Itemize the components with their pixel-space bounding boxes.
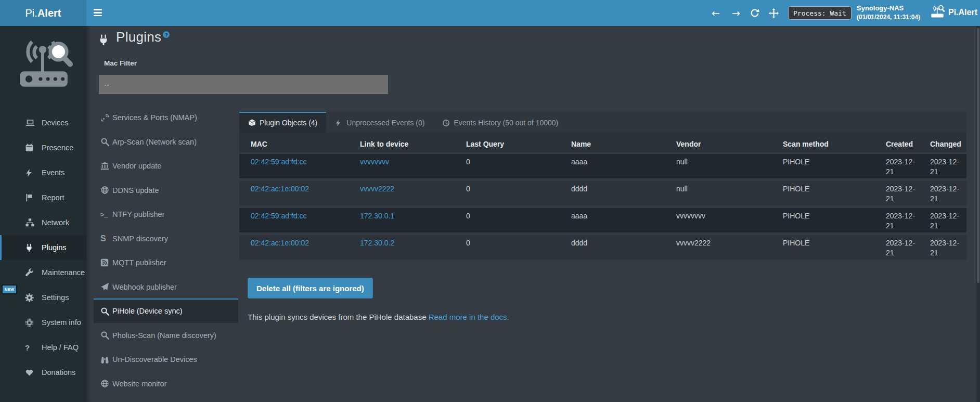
send-icon (100, 282, 109, 291)
plugin-nav-undiscoverable-devices[interactable]: Un-Discoverable Devices (94, 347, 238, 371)
plugin-nav-services-ports[interactable]: Services & Ports (NMAP) (94, 105, 238, 129)
s-icon: S (100, 234, 109, 243)
plugin-description: This plugin syncs devices from the PiHol… (248, 313, 509, 321)
plugin-nav-ntfy-publisher[interactable]: >_ NTFY publisher (94, 202, 238, 226)
tab-label: Plugin Objects (4) (260, 119, 317, 127)
plugin-nav-label: Webhook publisher (112, 283, 177, 291)
cell-name: dddd (565, 235, 670, 260)
sidebar-item-maintenance[interactable]: Maintenance (0, 260, 86, 285)
sidebar-item-label: Presence (42, 144, 73, 152)
cell-link: 172.30.0.1 (354, 208, 460, 232)
cell-scan-method: PIHOLE (777, 235, 882, 260)
back-arrow-icon[interactable]: ← (707, 0, 725, 26)
sidebar-item-label: Donations (42, 368, 75, 377)
forward-arrow-icon[interactable]: → (727, 0, 745, 26)
sidebar-item-label: System info (42, 318, 81, 327)
plugin-nav-vendor-update[interactable]: Vendor update (94, 153, 238, 178)
rss-icon (100, 258, 109, 267)
plugin-nav-label: NTFY publisher (112, 210, 164, 218)
plugin-nav-label: Website monitor (112, 380, 167, 388)
sidebar-item-system-info[interactable]: System info (0, 310, 86, 335)
sidebar-item-devices[interactable]: Devices (0, 110, 86, 135)
device-link[interactable]: 172.30.0.1 (360, 212, 394, 220)
mac-link[interactable]: 02:42:59:ad:fd:cc (251, 212, 306, 220)
tab-events-history[interactable]: Events History (50 out of 10000) (433, 112, 567, 133)
clock-icon (442, 119, 450, 127)
brand-prefix: Pi. (25, 7, 37, 19)
mac-link[interactable]: 02:42:ac:1e:00:02 (251, 239, 309, 247)
plugin-nav-website-monitor[interactable]: Website monitor (94, 371, 238, 396)
terminal-icon: >_ (100, 210, 109, 219)
sidebar-item-donations[interactable]: Donations (0, 360, 86, 385)
sidebar-item-events[interactable]: Events (0, 160, 86, 185)
plugin-nav-label: Services & Ports (NMAP) (112, 113, 197, 122)
move-icon[interactable] (765, 0, 782, 26)
mac-link[interactable]: 02:42:ac:1e:00:02 (251, 185, 309, 193)
pialert-app: Pi.Alert ← → Process: Wait Synology-NAS … (0, 0, 980, 402)
calendar-icon (25, 142, 36, 153)
page-title-text: Plugins (116, 29, 161, 45)
app-name: Pi.Alert (948, 8, 977, 17)
sidebar-item-network[interactable]: Network (0, 210, 86, 235)
column-header-vendor: Vendor (670, 133, 777, 152)
column-header-link: Link to device (354, 133, 460, 152)
binoculars-icon (100, 355, 109, 364)
device-link[interactable]: vvvvv2222 (360, 185, 394, 193)
cube-icon (248, 119, 256, 127)
plugin-nav-snmp-discovery[interactable]: S SNMP discovery (94, 226, 238, 251)
plugin-nav-label: MQTT publisher (112, 258, 166, 267)
column-header-mac: MAC (239, 133, 354, 152)
help-badge[interactable]: ? (163, 31, 170, 38)
plugin-nav-mqtt-publisher[interactable]: MQTT publisher (94, 250, 238, 275)
brand-logo[interactable]: Pi.Alert (0, 0, 86, 26)
hamburger-icon[interactable] (94, 7, 104, 19)
plugin-nav: Services & Ports (NMAP) Arp-Scan (Networ… (94, 105, 238, 395)
tab-unprocessed-events[interactable]: Unprocessed Events (0) (326, 112, 433, 133)
search-icon (100, 307, 109, 316)
plugin-nav-pihole-device-sync[interactable]: PiHole (Device sync) (94, 299, 238, 323)
plugin-nav-webhook-publisher[interactable]: Webhook publisher (94, 275, 238, 299)
top-bar: Pi.Alert ← → Process: Wait Synology-NAS … (0, 0, 980, 26)
mac-filter-input[interactable] (99, 75, 388, 94)
device-link[interactable]: vvvvvvvv (360, 158, 389, 166)
scrollbar-thumb[interactable] (977, 28, 979, 283)
mac-filter-label: Mac Filter (104, 59, 137, 67)
cell-vendor: null (670, 181, 777, 205)
sidebar-item-presence[interactable]: Presence (0, 135, 86, 160)
page-scrollbar[interactable] (976, 26, 980, 402)
page-title: Plugins ? (98, 29, 170, 47)
plugin-nav-arp-scan[interactable]: Arp-Scan (Network scan) (94, 129, 238, 154)
cell-last-query: 0 (460, 154, 565, 178)
search-icon (100, 137, 109, 146)
plugin-nav-label: Pholus-Scan (Name discovery) (112, 331, 216, 340)
sidebar-menu: Devices Presence Events Report Network P… (0, 110, 86, 385)
cell-name: aaaa (565, 208, 670, 232)
plug-icon (25, 242, 36, 253)
plugin-nav-ddns-update[interactable]: DDNS update (94, 178, 238, 202)
device-link[interactable]: 172.30.0.2 (360, 239, 394, 247)
cell-vendor: null (670, 154, 777, 178)
sidebar-item-label: Report (42, 193, 65, 202)
pialert-router-icon (930, 5, 945, 20)
refresh-icon[interactable] (746, 0, 764, 26)
cell-created: 2023-12-21 09:37:50 (882, 154, 926, 178)
sidebar-item-report[interactable]: Report (0, 185, 86, 210)
tab-label: Unprocessed Events (0) (346, 119, 424, 127)
plugin-nav-pholus-scan[interactable]: Pholus-Scan (Name discovery) (94, 323, 238, 347)
host-name: Synology-NAS (857, 4, 920, 13)
bank-icon (100, 162, 109, 171)
cell-name: aaaa (565, 154, 670, 178)
sidebar: Devices Presence Events Report Network P… (0, 26, 86, 402)
tab-plugin-objects[interactable]: Plugin Objects (4) (239, 112, 326, 133)
mac-link[interactable]: 02:42:59:ad:fd:cc (251, 158, 306, 166)
table-body: 02:42:59:ad:fd:cc vvvvvvvv 0 aaaa null P… (239, 154, 966, 262)
sidebar-item-help-faq[interactable]: ? Help / FAQ (0, 335, 86, 360)
cell-link: vvvvv2222 (354, 181, 460, 205)
satellite-dish-icon (100, 113, 109, 122)
plugin-nav-label: Arp-Scan (Network scan) (112, 138, 197, 146)
sidebar-item-label: Help / FAQ (42, 343, 79, 352)
cell-changed: 2023-12-21 21:15:31 (926, 154, 966, 178)
delete-all-button[interactable]: Delete all (filters are ignored) (248, 278, 373, 299)
sidebar-item-plugins[interactable]: Plugins (0, 235, 86, 260)
docs-link[interactable]: Read more in the docs. (429, 313, 509, 321)
